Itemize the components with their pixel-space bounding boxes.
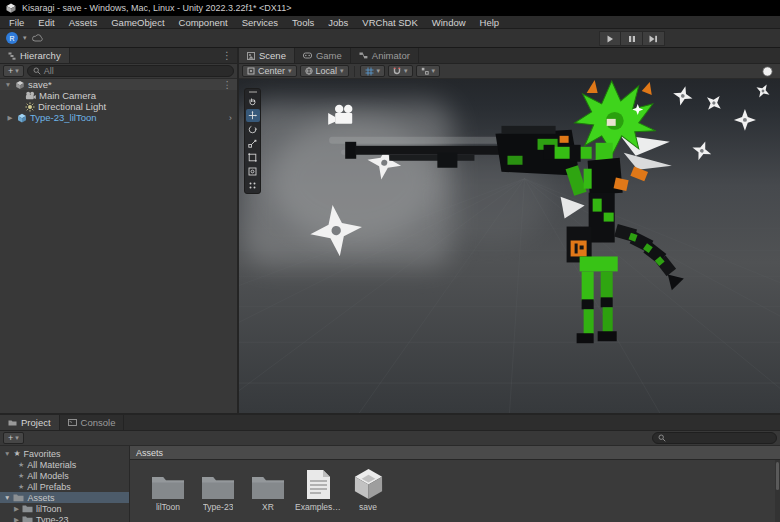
- prefab-open-icon[interactable]: ›: [229, 112, 237, 123]
- hierarchy-search-scope: All: [44, 66, 54, 76]
- rect-tool-button[interactable]: [246, 151, 260, 164]
- type23-expand-icon[interactable]: ▶: [14, 516, 19, 522]
- custom-tool-icon: [248, 181, 257, 190]
- scale-tool-button[interactable]: [246, 137, 260, 150]
- tree-item-liltoon[interactable]: ▶ lilToon: [0, 503, 129, 514]
- asset-tile-save[interactable]: save: [344, 464, 392, 512]
- asset-tile-xr[interactable]: XR: [244, 464, 292, 512]
- menu-tools[interactable]: Tools: [285, 17, 321, 28]
- favorites-expand-icon[interactable]: ▼: [4, 450, 10, 457]
- tab-scene[interactable]: Scene: [239, 48, 295, 63]
- account-icon[interactable]: R: [6, 32, 18, 44]
- tab-hierarchy[interactable]: Hierarchy: [0, 48, 70, 63]
- menu-window[interactable]: Window: [425, 17, 473, 28]
- overlay-drag-handle[interactable]: [249, 91, 257, 93]
- tab-console-label: Console: [81, 417, 116, 428]
- document-icon: [306, 469, 331, 500]
- search-icon: [33, 67, 41, 75]
- menu-file[interactable]: File: [2, 17, 31, 28]
- hierarchy-item-directional-light[interactable]: Directional Light: [0, 101, 237, 112]
- game-tab-icon: [303, 52, 312, 59]
- menu-bar: File Edit Assets GameObject Component Se…: [0, 16, 780, 29]
- tab-console[interactable]: Console: [60, 415, 125, 430]
- scene-toolbar: Center ▾ Local ▾ ▾ ▾: [239, 64, 780, 79]
- step-button[interactable]: [643, 31, 665, 46]
- tool-handle-pivot-button[interactable]: Center ▾: [242, 65, 297, 77]
- cloud-icon[interactable]: [32, 34, 43, 43]
- pause-button[interactable]: [621, 31, 643, 46]
- project-panel: Project Console +▾ ▼ ★ Favorites ★: [0, 415, 780, 522]
- favorites-label: Favorites: [24, 449, 61, 459]
- title-bar: Kisaragi - save - Windows, Mac, Linux - …: [0, 0, 780, 16]
- scene-expand-icon[interactable]: ▼: [4, 81, 12, 88]
- tree-item-assets[interactable]: ▼ Assets: [0, 492, 129, 503]
- snap-increment-button[interactable]: ▾: [388, 65, 413, 77]
- project-search-input[interactable]: [652, 432, 777, 444]
- project-scrollbar[interactable]: [775, 460, 780, 522]
- custom-tools-button[interactable]: [246, 179, 260, 192]
- hand-icon: [248, 97, 257, 106]
- tree-item-type-23[interactable]: ▶ Type-23: [0, 514, 129, 522]
- favorites-header[interactable]: ▼ ★ Favorites: [0, 448, 129, 459]
- favorite-all-prefabs[interactable]: ★ All Prefabs: [0, 481, 129, 492]
- menu-assets[interactable]: Assets: [62, 17, 105, 28]
- snap-caret-icon: ▾: [432, 67, 436, 75]
- account-caret-icon: ▾: [23, 34, 27, 42]
- hierarchy-item-main-camera[interactable]: Main Camera: [0, 90, 237, 101]
- menu-services[interactable]: Services: [235, 17, 285, 28]
- rotate-tool-button[interactable]: [246, 123, 260, 136]
- hierarchy-icon: [8, 52, 16, 60]
- hierarchy-create-button[interactable]: +▾: [3, 65, 24, 77]
- tab-animator[interactable]: Animator: [351, 48, 419, 63]
- project-create-button[interactable]: +▾: [3, 432, 24, 444]
- snap-settings-button[interactable]: ▾: [416, 65, 441, 77]
- tab-animator-label: Animator: [372, 50, 410, 61]
- favorite-all-materials[interactable]: ★ All Materials: [0, 459, 129, 470]
- grid-snapping-button[interactable]: ▾: [360, 65, 386, 77]
- menu-vrchat-sdk[interactable]: VRChat SDK: [355, 17, 424, 28]
- scene-tab-icon: [247, 52, 255, 60]
- tab-game[interactable]: Game: [295, 48, 351, 63]
- item-expand-icon[interactable]: ▶: [6, 114, 14, 122]
- asset-label: Type-23: [203, 502, 234, 512]
- tab-project[interactable]: Project: [0, 415, 60, 430]
- rotate-icon: [248, 125, 257, 134]
- menu-edit[interactable]: Edit: [31, 17, 61, 28]
- transform-tool-button[interactable]: [246, 165, 260, 178]
- tool-handle-rotation-button[interactable]: Local ▾: [300, 65, 349, 77]
- assets-expand-icon[interactable]: ▼: [4, 494, 10, 501]
- pivot-caret-icon: ▾: [288, 67, 292, 75]
- snap-icon: [421, 67, 429, 75]
- asset-label: XR: [262, 502, 274, 512]
- view-hand-tool-button[interactable]: [246, 95, 260, 108]
- circle-indicator-icon[interactable]: [762, 66, 773, 77]
- breadcrumb: Assets: [130, 446, 780, 460]
- scene-tools-overlay: [244, 88, 261, 194]
- hierarchy-menu-icon[interactable]: ⋮: [222, 50, 232, 61]
- favorite-all-models[interactable]: ★ All Models: [0, 470, 129, 481]
- menu-help[interactable]: Help: [473, 17, 507, 28]
- move-icon: [248, 111, 257, 120]
- asset-tile-type-23[interactable]: Type-23: [194, 464, 242, 512]
- hierarchy-item-label: Main Camera: [39, 90, 96, 101]
- step-icon: [649, 35, 658, 43]
- scene-viewport[interactable]: [239, 79, 780, 413]
- hierarchy-search-input[interactable]: All: [27, 65, 234, 77]
- hierarchy-scene-row[interactable]: ▼ save* ⋮: [0, 79, 237, 90]
- menu-gameobject[interactable]: GameObject: [104, 17, 171, 28]
- scrollbar-thumb[interactable]: [776, 462, 779, 490]
- asset-tile-examples[interactable]: Examples ...: [294, 464, 342, 512]
- scene-options-icon[interactable]: ⋮: [223, 79, 238, 90]
- asset-tile-liltoon[interactable]: lilToon: [144, 464, 192, 512]
- move-tool-button[interactable]: [246, 109, 260, 122]
- search-icon: [658, 434, 666, 442]
- hierarchy-item-type-23-liltoon[interactable]: ▶ Type-23_lilToon ›: [0, 112, 237, 123]
- menu-component[interactable]: Component: [172, 17, 235, 28]
- create-caret-icon: ▾: [15, 67, 19, 75]
- menu-jobs[interactable]: Jobs: [321, 17, 355, 28]
- search-star-icon: ★: [18, 461, 24, 469]
- liltoon-expand-icon[interactable]: ▶: [14, 505, 19, 513]
- prefab-icon: [17, 113, 27, 123]
- unity-logo-icon: [6, 3, 16, 13]
- play-button[interactable]: [599, 31, 621, 46]
